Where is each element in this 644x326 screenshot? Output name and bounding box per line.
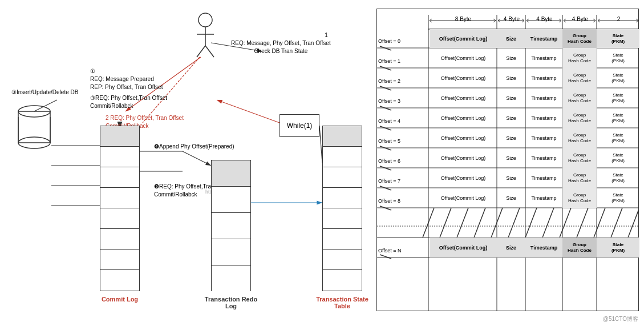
svg-line-59 — [628, 208, 638, 238]
svg-rect-26 — [18, 111, 50, 143]
svg-line-52 — [508, 208, 520, 238]
step1-circle: ① — [90, 67, 163, 75]
redo-log-row-1 — [212, 187, 250, 213]
step3-label: ③REQ: Phy Offset,Tran Offset — [90, 94, 167, 102]
commit-rollback3: Commit/Rollabck — [90, 102, 167, 110]
svg-line-53 — [525, 208, 537, 238]
offset-5-label: Offset = 5 — [378, 138, 428, 144]
commit-log-box — [100, 126, 140, 291]
svg-line-50 — [474, 208, 485, 238]
byte-header-2: 2 — [598, 16, 639, 22]
redo-log-box — [211, 160, 251, 291]
while-label: While(1) — [287, 122, 313, 130]
redo-log-row-2 — [212, 213, 250, 239]
req-top: REQ: Message, Phy Offset, Tran Offset — [231, 39, 331, 47]
right-table: 8 Byte 4 Byte 4 Byte 4 Byte 2 Offset(Com… — [376, 9, 639, 311]
offset-2-label: Offset = 2 — [378, 78, 428, 84]
commit-log-row-1 — [100, 147, 139, 167]
offset-7-label: Offset = 7 — [378, 178, 428, 184]
step1-top-label: 1 — [231, 31, 328, 39]
state-table-label-highlight: Table — [334, 303, 350, 309]
state-table-row-2 — [323, 167, 362, 188]
header-commit-log: Offset(Commit Log) — [430, 29, 497, 48]
byte-header-8: 8 Byte — [430, 16, 497, 22]
step2-req: 2 REQ: Phy Offset, Tran Offset — [106, 114, 184, 122]
redo-log-row-0 — [212, 160, 250, 187]
state-table-row-5 — [323, 229, 362, 249]
svg-line-20 — [217, 100, 280, 123]
state-table-box — [322, 126, 362, 291]
svg-line-55 — [560, 208, 571, 238]
offset-0-label: Offset = 0 — [378, 38, 428, 44]
state-table-row-0 — [323, 126, 362, 147]
commit-log-label: Commit Log — [100, 296, 140, 303]
db-cylinder — [17, 103, 51, 148]
state-table-label-1: Transaction State — [316, 296, 368, 303]
svg-line-57 — [594, 208, 605, 238]
svg-line-7 — [197, 46, 205, 57]
state-table-row-1 — [323, 147, 362, 167]
redo-log-row-4 — [212, 265, 250, 292]
while-box: While(1) — [280, 114, 319, 137]
state-table-row-3 — [323, 188, 362, 208]
redo-log-row-3 — [212, 239, 250, 265]
top-req-annotation: 1 REQ: Message, Phy Offset, Tran Offset … — [231, 31, 331, 55]
commit-log-row-7 — [100, 270, 139, 291]
svg-line-49 — [457, 208, 468, 238]
state-table-row-6 — [323, 249, 362, 270]
watermark: @51CTO博客 — [603, 315, 638, 323]
svg-line-54 — [542, 208, 554, 238]
svg-line-16 — [183, 151, 211, 166]
offset-1-label: Offset = 1 — [378, 58, 428, 64]
main-diagram: ③Insert/Update/Delete DB ① REQ: Message … — [0, 0, 644, 326]
offset-8-label: Offset = 8 — [378, 198, 428, 204]
svg-line-56 — [577, 208, 588, 238]
commit-log-row-6 — [100, 249, 139, 270]
svg-line-47 — [423, 208, 434, 238]
byte-header-4a: 4 Byte — [498, 16, 525, 22]
state-table-row-4 — [323, 208, 362, 229]
commit-log-row-0 — [100, 126, 139, 147]
svg-line-48 — [440, 208, 451, 238]
step1-annotation: ① REQ: Message Prepared REP: Phy Offset,… — [90, 67, 163, 91]
append-phy-annotation: ❹Append Phy Offset(Prepared) — [154, 143, 234, 151]
commit-log-row-5 — [100, 229, 139, 249]
state-table-row-7 — [323, 270, 362, 291]
svg-line-58 — [611, 208, 622, 238]
redo-log-label: Transaction Redo Log — [202, 296, 260, 309]
byte-header-4c: 4 Byte — [564, 16, 597, 22]
offset-3-label: Offset = 3 — [378, 98, 428, 104]
commit-log-row-4 — [100, 208, 139, 229]
header-group-hash: GroupHash Code — [562, 29, 597, 48]
commit-log-row-2 — [100, 167, 139, 188]
svg-line-51 — [491, 208, 503, 238]
db-operation-label: ③Insert/Update/Delete DB — [11, 88, 78, 96]
commit-log-row-3 — [100, 188, 139, 208]
rep-phy: REP: Phy Offset, Tran Offset — [90, 83, 163, 91]
offset-4-label: Offset = 4 — [378, 118, 428, 124]
byte-header-4b: 4 Byte — [526, 16, 562, 22]
svg-point-4 — [199, 13, 212, 27]
header-size: Size — [497, 29, 525, 48]
req-message: REQ: Message Prepared — [90, 75, 163, 83]
state-table-label: Transaction State Table — [308, 296, 376, 309]
header-timestamp: Timestamp — [525, 29, 562, 48]
header-state: State(PKM) — [597, 29, 639, 48]
offset-6-label: Offset = 6 — [378, 158, 428, 164]
step3-annotation: ③REQ: Phy Offset,Tran Offset Commit/Roll… — [90, 94, 167, 110]
offset-n-label: Offset = N — [378, 248, 428, 253]
check-db: Check DB Tran State — [231, 47, 331, 55]
svg-line-8 — [205, 46, 214, 57]
